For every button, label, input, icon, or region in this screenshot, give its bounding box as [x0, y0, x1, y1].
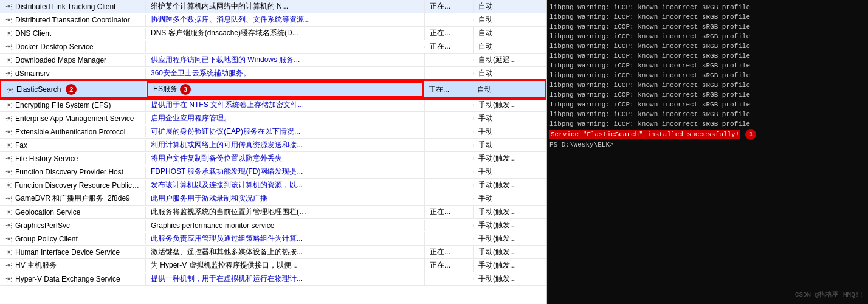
service-desc-cell: 提供一种机制，用于在虚拟机和运行在物理计... — [146, 272, 425, 285]
table-row[interactable]: Distributed Transaction Coordinator协调跨多个… — [0, 13, 546, 27]
service-status-cell — [425, 278, 474, 280]
service-status-cell — [425, 184, 474, 187]
service-startup-cell: 手动(触发... — [474, 246, 546, 258]
service-name: Fax — [15, 141, 27, 150]
table-row[interactable]: Function Discovery Resource Publication发… — [0, 179, 546, 192]
service-desc-cell: 发布该计算机以及连接到该计算机的资源，以... — [146, 179, 425, 192]
table-row[interactable]: Downloaded Maps Manager供应用程序访问已下载地图的 Win… — [0, 54, 546, 67]
service-status-cell — [425, 117, 474, 120]
service-startup-cell: 自动 — [474, 40, 546, 53]
service-status-cell — [425, 171, 474, 173]
table-row[interactable]: HV 主机服务为 Hyper-V 虚拟机监控程序提供接口，以便...正在...手… — [0, 259, 546, 272]
service-name: File History Service — [15, 154, 78, 163]
terminal-line: libpng warning: iCCP: known incorrect sR… — [549, 41, 866, 51]
service-desc-cell: ES服务3 — [147, 81, 424, 97]
service-status-cell: 正在... — [425, 246, 474, 258]
service-startup-cell: 手动 — [474, 112, 546, 125]
service-status-cell: 正在... — [425, 259, 474, 272]
service-name-cell: File History Service — [0, 153, 146, 164]
service-name-cell: Geolocation Service — [0, 207, 146, 218]
service-status-cell — [425, 157, 474, 160]
table-row[interactable]: Extensible Authentication Protocol可扩展的身份… — [0, 125, 546, 139]
service-startup-cell: 手动(触发... — [474, 152, 546, 165]
service-name-cell: Distributed Link Tracking Client — [0, 1, 146, 12]
table-row[interactable]: dSmainsrv360安全卫士云系统辅助服务。自动 — [0, 67, 546, 80]
gear-icon — [5, 248, 13, 256]
terminal-line: libpng warning: iCCP: known incorrect sR… — [549, 119, 866, 129]
service-startup-cell: 自动 — [474, 67, 546, 80]
terminal-line: libpng warning: iCCP: known incorrect sR… — [549, 90, 866, 100]
service-name: Group Policy Client — [15, 235, 78, 243]
service-name: Distributed Link Tracking Client — [15, 2, 115, 11]
service-status-cell — [425, 198, 474, 200]
table-body[interactable]: Distributed Link Tracking Client维护某个计算机内… — [0, 0, 546, 286]
terminal-line: libpng warning: iCCP: known incorrect sR… — [549, 80, 866, 90]
terminal-success-line: Service "ElasticSearch" installed succes… — [549, 130, 740, 139]
table-row[interactable]: GraphicsPerfSvcGraphics performance moni… — [0, 219, 546, 232]
service-name: Hyper-V Data Exchange Service — [15, 275, 120, 283]
table-row[interactable]: Docker Desktop Service正在...自动 — [0, 40, 546, 54]
service-name: Geolocation Service — [15, 208, 80, 216]
table-row[interactable]: Human Interface Device Service激活键盘、遥控器和其… — [0, 246, 546, 259]
services-panel: Distributed Link Tracking Client维护某个计算机内… — [0, 0, 547, 304]
service-name: ElasticSearch — [16, 85, 61, 94]
table-row[interactable]: Encrypting File System (EFS)提供用于在 NTFS 文… — [0, 98, 546, 112]
service-desc-cell: 提供用于在 NTFS 文件系统卷上存储加密文件... — [146, 98, 425, 111]
service-name: dSmainsrv — [15, 69, 50, 78]
service-startup-cell: 自动(延迟... — [474, 54, 546, 66]
service-startup-cell: 手动 — [474, 125, 546, 138]
terminal-line: libpng warning: iCCP: known incorrect sR… — [549, 22, 866, 32]
service-name: Extensible Authentication Protocol — [15, 128, 125, 136]
svg-point-13 — [7, 184, 10, 187]
svg-point-1 — [7, 18, 10, 21]
table-row[interactable]: Geolocation Service此服务将监视系统的当前位置并管理地理围栏(… — [0, 206, 546, 219]
service-name: HV 主机服务 — [15, 260, 57, 271]
service-startup-cell: 手动(触发... — [474, 259, 546, 272]
table-row[interactable]: File History Service将用户文件复制到备份位置以防意外丢失手动… — [0, 152, 546, 165]
table-row[interactable]: DNS ClientDNS 客户端服务(dnscache)缓存域名系统(D...… — [0, 27, 546, 40]
service-desc-cell: 可扩展的身份验证协议(EAP)服务在以下情况... — [146, 125, 425, 138]
service-name-cell: Function Discovery Provider Host — [0, 167, 146, 178]
service-name: Distributed Transaction Coordinator — [15, 16, 130, 24]
service-startup-cell: 自动 — [474, 27, 546, 40]
service-desc-cell — [146, 46, 425, 48]
gear-icon — [5, 2, 13, 10]
table-row[interactable]: GameDVR 和广播用户服务_2f8de9此用户服务用于游戏录制和实况广播手动 — [0, 192, 546, 206]
service-status-cell — [425, 144, 474, 147]
service-name: Encrypting File System (EFS) — [15, 101, 111, 109]
table-row[interactable]: Distributed Link Tracking Client维护某个计算机内… — [0, 0, 546, 13]
gear-icon — [5, 181, 12, 189]
svg-point-14 — [7, 197, 10, 199]
service-desc-cell: 360安全卫士云系统辅助服务。 — [146, 67, 425, 80]
service-status-cell: 正在... — [425, 40, 474, 53]
service-name: Human Interface Device Service — [15, 248, 120, 257]
table-row[interactable]: Enterprise App Management Service启用企业应用程… — [0, 112, 546, 125]
service-status-cell — [425, 224, 474, 227]
service-startup-cell: 自动 — [472, 83, 545, 96]
svg-point-15 — [7, 210, 10, 213]
gear-icon — [5, 16, 13, 24]
service-desc-cell: 启用企业应用程序管理。 — [146, 112, 425, 125]
service-name-cell: ElasticSearch2 — [1, 83, 147, 96]
service-startup-cell: 自动 — [474, 13, 546, 26]
svg-point-17 — [7, 237, 10, 240]
service-name-cell: Docker Desktop Service — [0, 41, 146, 52]
terminal-panel: libpng warning: iCCP: known incorrect sR… — [547, 0, 868, 304]
table-row[interactable]: ElasticSearch2ES服务3正在...自动 — [0, 80, 546, 98]
terminal-line: libpng warning: iCCP: known incorrect sR… — [549, 61, 866, 71]
table-row[interactable]: Fax利用计算机或网络上的可用传真资源发送和接...手动 — [0, 139, 546, 152]
svg-point-9 — [7, 130, 10, 133]
table-row[interactable]: Group Policy Client此服务负责应用管理员通过组策略组件为计算.… — [0, 232, 546, 246]
service-startup-cell: 手动(触发... — [474, 206, 546, 218]
svg-point-8 — [7, 117, 10, 119]
table-row[interactable]: Hyper-V Data Exchange Service提供一种机制，用于在虚… — [0, 272, 546, 286]
service-name: Docker Desktop Service — [15, 43, 94, 51]
table-row[interactable]: Function Discovery Provider HostFDPHOST … — [0, 165, 546, 179]
terminal-line: libpng warning: iCCP: known incorrect sR… — [549, 51, 866, 61]
service-startup-cell: 手动(触发... — [474, 232, 546, 245]
service-desc-cell: 供应用程序访问已下载地图的 Windows 服务... — [146, 54, 425, 66]
service-startup-cell: 手动(触发... — [474, 272, 546, 285]
gear-icon — [5, 69, 13, 77]
service-startup-cell: 手动(触发... — [474, 98, 546, 111]
service-desc-cell: Graphics performance monitor service — [146, 220, 425, 231]
